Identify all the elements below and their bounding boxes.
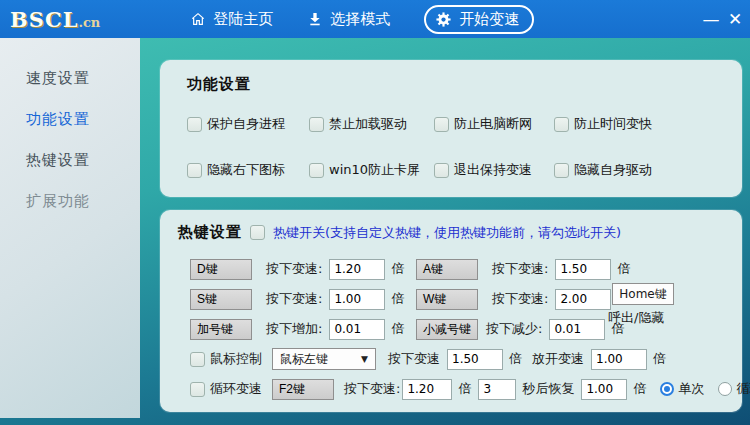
radio-once-label: 单次 xyxy=(678,380,704,398)
top-nav: 登陆主页 选择模式 开始变速 xyxy=(190,5,534,34)
mouse-button-dropdown[interactable]: 鼠标左键 ▼ xyxy=(272,348,376,370)
action-label: 按下变速: xyxy=(492,260,548,278)
mouse-control-label: 鼠标控制 xyxy=(210,350,262,368)
gear-icon xyxy=(435,11,452,28)
checkbox-label: 保护自身进程 xyxy=(207,115,285,133)
radio-option-once[interactable]: 单次 xyxy=(660,380,704,398)
hotkey-rows: D键 按下变速: 倍 A键 按下变速: 倍 S键 按下变速: 倍 W键 xyxy=(190,254,750,404)
sidebar-item-hotkey-settings[interactable]: 热键设置 xyxy=(0,140,140,181)
key-button-a[interactable]: A键 xyxy=(416,259,478,280)
loop-restore-label: 秒后恢复 xyxy=(522,380,574,398)
key-button-plus[interactable]: 加号键 xyxy=(190,319,252,340)
hotkey-panel-title: 热键设置 xyxy=(178,223,242,242)
mouse-press-speed-input[interactable] xyxy=(447,349,503,370)
loop-speed-checkbox[interactable] xyxy=(190,382,205,397)
hotkey-group-plus: 加号键 按下增加: 倍 xyxy=(190,319,416,340)
loop-speed-row: 循环变速 F2键 按下变速: 倍 秒后恢复 倍 单次 循环 秒 xyxy=(190,374,750,404)
nav-select-mode-label: 选择模式 xyxy=(330,10,390,29)
close-button[interactable]: ✕ xyxy=(728,9,750,29)
hotkey-row-da: D键 按下变速: 倍 A键 按下变速: 倍 xyxy=(190,254,750,284)
key-button-d[interactable]: D键 xyxy=(190,259,252,280)
checkbox-item-win10-anti-freeze[interactable]: win10防止卡屏 xyxy=(309,161,434,179)
nav-start-speed[interactable]: 开始变速 xyxy=(424,5,534,34)
checkbox-label: win10防止卡屏 xyxy=(329,161,420,179)
sidebar: 速度设置 功能设置 热键设置 扩展功能 xyxy=(0,38,140,418)
window-controls: — ✕ xyxy=(694,0,750,38)
hotkey-group-w: W键 按下变速: 倍 xyxy=(416,289,630,310)
loop-press-label: 按下变速: xyxy=(344,380,400,398)
checkbox-prevent-time-speedup[interactable] xyxy=(554,117,569,132)
brand-suffix: .cn xyxy=(78,15,100,30)
speed-input-w[interactable] xyxy=(555,289,611,310)
checkbox-item-forbid-driver-load[interactable]: 禁止加载驱动 xyxy=(309,115,434,133)
hotkey-group-s: S键 按下变速: 倍 xyxy=(190,289,416,310)
unit-label: 倍 xyxy=(391,290,404,308)
checkbox-protect-process[interactable] xyxy=(187,117,202,132)
hotkey-group-a: A键 按下变速: 倍 xyxy=(416,259,630,280)
radio-loop-label: 循环 xyxy=(736,380,750,398)
checkbox-win10-anti-freeze[interactable] xyxy=(309,163,324,178)
unit-label: 倍 xyxy=(509,350,522,368)
brand-name: BSCL xyxy=(10,7,78,32)
key-button-home[interactable]: Home键 xyxy=(612,283,674,305)
checkbox-item-prevent-time-speedup[interactable]: 防止时间变快 xyxy=(554,115,722,133)
key-button-w[interactable]: W键 xyxy=(416,289,478,310)
hotkey-group-d: D键 按下变速: 倍 xyxy=(190,259,416,280)
checkbox-hide-tray-icon[interactable] xyxy=(187,163,202,178)
unit-label: 倍 xyxy=(653,350,666,368)
nav-start-speed-label: 开始变速 xyxy=(459,10,519,29)
checkbox-label: 防止时间变快 xyxy=(574,115,652,133)
nav-select-mode[interactable]: 选择模式 xyxy=(307,10,390,29)
app-logo: BSCL.cn xyxy=(10,7,100,32)
sidebar-item-extended-functions[interactable]: 扩展功能 xyxy=(0,181,140,222)
unit-label: 倍 xyxy=(458,380,471,398)
checkbox-hide-own-driver[interactable] xyxy=(554,163,569,178)
checkbox-label: 隐藏自身驱动 xyxy=(574,161,652,179)
checkbox-item-keep-speed-on-exit[interactable]: 退出保持变速 xyxy=(434,161,554,179)
action-label: 按下变速: xyxy=(266,290,322,308)
mouse-press-label: 按下变速 xyxy=(388,350,440,368)
hotkey-master-switch-checkbox[interactable] xyxy=(250,225,265,240)
key-button-minus[interactable]: 小减号键 xyxy=(416,319,478,340)
hotkey-settings-panel: 热键设置 热键开关(支持自定义热键，使用热键功能前，请勾选此开关) D键 按下变… xyxy=(160,210,742,412)
radio-option-loop[interactable]: 循环 xyxy=(718,380,750,398)
sidebar-item-function-settings[interactable]: 功能设置 xyxy=(0,99,140,140)
speed-input-s[interactable] xyxy=(329,289,385,310)
radio-loop[interactable] xyxy=(718,382,732,396)
checkbox-label: 隐藏右下图标 xyxy=(207,161,285,179)
home-icon xyxy=(190,11,206,27)
unit-label: 倍 xyxy=(617,260,630,278)
checkbox-item-protect-process[interactable]: 保护自身进程 xyxy=(187,115,309,133)
function-checkbox-grid: 保护自身进程 禁止加载驱动 防止电脑断网 防止时间变快 隐藏右下图标 win10… xyxy=(187,115,722,179)
checkbox-label: 退出保持变速 xyxy=(454,161,532,179)
checkbox-prevent-disconnect[interactable] xyxy=(434,117,449,132)
hotkey-switch-hint: 热键开关(支持自定义热键，使用热键功能前，请勾选此开关) xyxy=(273,224,621,242)
increase-step-input[interactable] xyxy=(329,319,385,340)
radio-once[interactable] xyxy=(660,382,674,396)
sidebar-item-speed-settings[interactable]: 速度设置 xyxy=(0,58,140,99)
checkbox-item-prevent-disconnect[interactable]: 防止电脑断网 xyxy=(434,115,554,133)
checkbox-item-hide-own-driver[interactable]: 隐藏自身驱动 xyxy=(554,161,722,179)
download-icon xyxy=(307,11,323,27)
hotkey-panel-header: 热键设置 热键开关(支持自定义热键，使用热键功能前，请勾选此开关) xyxy=(178,223,621,242)
checkbox-keep-speed-on-exit[interactable] xyxy=(434,163,449,178)
nav-login-home[interactable]: 登陆主页 xyxy=(190,10,273,29)
checkbox-forbid-driver-load[interactable] xyxy=(309,117,324,132)
checkbox-item-hide-tray-icon[interactable]: 隐藏右下图标 xyxy=(187,161,309,179)
mouse-control-checkbox[interactable] xyxy=(190,352,205,367)
mouse-release-speed-input[interactable] xyxy=(591,349,647,370)
loop-speed-label: 循环变速 xyxy=(210,380,262,398)
action-label: 按下减少: xyxy=(486,320,542,338)
unit-label: 倍 xyxy=(391,320,404,338)
speed-input-a[interactable] xyxy=(555,259,611,280)
function-panel-title: 功能设置 xyxy=(187,75,251,94)
action-label: 按下变速: xyxy=(492,290,548,308)
loop-restore-speed-input[interactable] xyxy=(581,379,627,400)
loop-press-speed-input[interactable] xyxy=(402,379,452,400)
speed-input-d[interactable] xyxy=(329,259,385,280)
decrease-step-input[interactable] xyxy=(549,319,605,340)
key-button-s[interactable]: S键 xyxy=(190,289,252,310)
loop-delay-input[interactable] xyxy=(478,379,516,400)
key-button-f2[interactable]: F2键 xyxy=(272,379,334,400)
minimize-button[interactable]: — xyxy=(694,9,728,29)
